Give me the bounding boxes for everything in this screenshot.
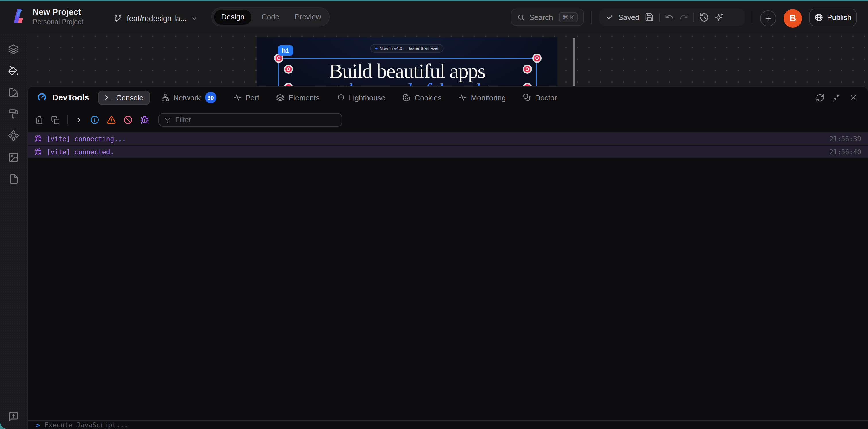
prompt-chevron-icon: >: [36, 421, 40, 429]
redo-button[interactable]: [679, 12, 688, 22]
selection-handle[interactable]: [283, 64, 293, 74]
group-divider: [693, 12, 694, 22]
devtools-tab-doctor[interactable]: Doctor: [517, 90, 563, 105]
log-timestamp: 21:56:40: [829, 148, 861, 156]
plus-icon: [764, 14, 772, 22]
log-timestamp: 21:56:39: [829, 134, 861, 142]
gauge-icon: [37, 92, 47, 103]
collapse-icon: [832, 93, 841, 102]
canvas-guide-line[interactable]: [574, 38, 575, 87]
activity-icon: [459, 94, 467, 101]
devtools-tab-lighthouse[interactable]: Lighthouse: [331, 90, 391, 105]
branch-label: feat/redesign-la...: [127, 14, 187, 23]
save-icon: [645, 12, 654, 22]
save-group: Saved: [599, 9, 745, 26]
branch-selector[interactable]: feat/redesign-la...: [114, 11, 198, 25]
feedback-button[interactable]: [5, 408, 22, 425]
console-log-row[interactable]: [vite] connected. 21:56:40: [28, 146, 868, 159]
terminal-icon: [104, 94, 112, 101]
app-window: New Project Personal Project feat/redesi…: [0, 1, 868, 429]
tab-code[interactable]: Code: [252, 9, 289, 24]
tab-design[interactable]: Design: [214, 9, 252, 24]
message-plus-icon: [8, 411, 19, 422]
search-button[interactable]: Search ⌘ K: [511, 9, 584, 26]
undo-button[interactable]: [665, 12, 674, 22]
devtools-brand: DevTools: [37, 92, 89, 103]
publish-label: Publish: [827, 13, 851, 22]
selected-tag-badge: h1: [278, 45, 293, 56]
sidebar-item-images[interactable]: [5, 148, 22, 166]
badge-dot: [375, 47, 377, 50]
gauge-icon: [337, 94, 345, 101]
devtools-tab-console[interactable]: Console: [98, 90, 150, 105]
filter-info-toggle[interactable]: [90, 115, 99, 125]
sidebar-item-components[interactable]: [5, 127, 22, 144]
bug-icon: [140, 115, 149, 125]
close-button[interactable]: [849, 93, 858, 102]
filter-field[interactable]: [158, 113, 342, 127]
globe-icon: [814, 13, 823, 22]
sidebar-item-swatches[interactable]: [5, 84, 22, 101]
header-divider: [591, 11, 592, 24]
layers-icon: [276, 94, 284, 101]
funnel-icon: [164, 116, 171, 124]
copy-logs-button[interactable]: [51, 116, 60, 124]
save-button[interactable]: [645, 12, 654, 22]
filter-warning-toggle[interactable]: [107, 115, 116, 125]
history-button[interactable]: [699, 12, 709, 22]
copy-icon: [51, 116, 60, 124]
avatar[interactable]: B: [784, 9, 802, 28]
console-input[interactable]: [44, 421, 389, 429]
sparkles-icon: [714, 12, 724, 22]
sidebar-item-fill[interactable]: [5, 62, 22, 79]
devtools-tab-perf[interactable]: Perf: [228, 90, 265, 105]
filter-input[interactable]: [175, 116, 336, 124]
app-logo-icon[interactable]: [14, 9, 25, 24]
search-shortcut: ⌘ K: [559, 12, 578, 22]
publish-button[interactable]: Publish: [809, 9, 857, 26]
sidebar-item-pages[interactable]: [5, 170, 22, 188]
console-log-row[interactable]: [vite] connecting... 21:56:39: [28, 132, 868, 146]
refresh-button[interactable]: [816, 93, 825, 102]
selection-handle[interactable]: [532, 53, 541, 63]
ai-button[interactable]: [714, 12, 724, 22]
devtools-tab-network[interactable]: Network 30: [156, 90, 222, 105]
sidebar-item-layers[interactable]: [5, 40, 22, 57]
devtools-tab-monitoring[interactable]: Monitoring: [453, 90, 511, 105]
filter-debug-toggle[interactable]: [140, 115, 149, 125]
check-icon: [606, 14, 613, 21]
stethoscope-icon: [523, 94, 531, 101]
saved-status: Saved: [618, 13, 640, 22]
refresh-icon: [816, 93, 825, 102]
activity-icon: [234, 94, 241, 101]
info-icon: [90, 115, 99, 125]
announcement-badge: Now in v4.0 — faster than ever: [370, 44, 444, 53]
clear-console-button[interactable]: [35, 116, 43, 124]
devtools-tab-cookies[interactable]: Cookies: [397, 90, 447, 105]
console-toolbar: [28, 109, 868, 130]
swatch-book-icon: [8, 87, 19, 98]
announcement-text: Now in v4.0 — faster than ever: [380, 46, 439, 51]
close-icon: [849, 93, 858, 102]
add-frame-button[interactable]: [760, 10, 776, 26]
warning-icon: [107, 115, 116, 125]
chevron-right-icon: [75, 116, 83, 124]
filter-error-toggle[interactable]: [123, 115, 133, 125]
expand-logs-button[interactable]: [75, 116, 83, 124]
ban-icon: [123, 115, 133, 125]
selection-handle[interactable]: [522, 64, 532, 74]
project-title: New Project: [33, 7, 81, 16]
layers-icon: [8, 43, 19, 54]
devtools-tabbar: DevTools Console Network 30 Perf: [28, 87, 868, 108]
devtools-panel: DevTools Console Network 30 Perf: [27, 86, 868, 429]
tab-preview[interactable]: Preview: [289, 9, 327, 24]
image-icon: [8, 152, 19, 163]
devtools-tab-elements[interactable]: Elements: [271, 90, 325, 105]
group-divider: [659, 12, 660, 22]
cookie-icon: [403, 94, 411, 101]
bug-icon: [34, 148, 42, 156]
network-icon: [161, 94, 169, 101]
sidebar-item-theme[interactable]: [5, 105, 22, 122]
paint-bucket-icon: [8, 65, 19, 76]
collapse-button[interactable]: [832, 93, 841, 102]
